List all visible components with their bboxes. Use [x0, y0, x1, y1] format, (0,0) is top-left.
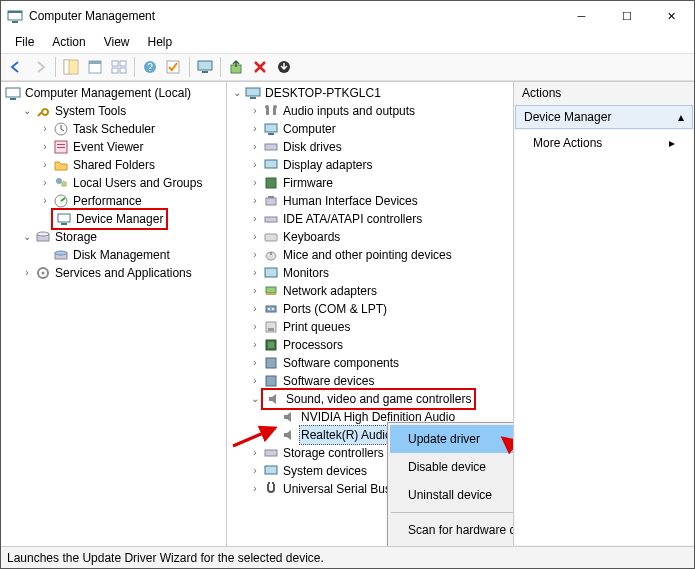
- svg-rect-59: [268, 328, 274, 331]
- device-category[interactable]: ›Monitors: [249, 264, 511, 282]
- tree-task-scheduler[interactable]: ›Task Scheduler: [39, 120, 224, 138]
- tree-shared-folders[interactable]: ›Shared Folders: [39, 156, 224, 174]
- tree-disk-management[interactable]: Disk Management: [39, 246, 224, 264]
- svg-rect-45: [266, 178, 276, 188]
- expand-icon[interactable]: ›: [249, 102, 261, 120]
- app-icon: [7, 8, 23, 24]
- actions-section-device-manager[interactable]: Device Manager ▴: [515, 105, 693, 129]
- expand-icon[interactable]: ›: [249, 444, 261, 462]
- expand-icon[interactable]: ›: [249, 318, 261, 336]
- tree-services-apps[interactable]: › Services and Applications: [21, 264, 224, 282]
- disable-device-icon[interactable]: [249, 56, 271, 78]
- device-category[interactable]: ›Computer: [249, 120, 511, 138]
- expand-icon[interactable]: ›: [249, 336, 261, 354]
- svg-rect-37: [266, 108, 269, 115]
- expand-icon[interactable]: ›: [249, 174, 261, 192]
- close-button[interactable]: ✕: [649, 1, 694, 31]
- expand-icon[interactable]: ›: [249, 372, 261, 390]
- ctx-uninstall-device[interactable]: Uninstall device: [390, 481, 514, 509]
- collapse-icon[interactable]: ⌄: [21, 102, 33, 120]
- expand-icon[interactable]: ›: [249, 462, 261, 480]
- tree-device-manager[interactable]: Device Manager: [39, 210, 224, 228]
- device-category-icon: [266, 391, 282, 407]
- uninstall-device-icon[interactable]: [273, 56, 295, 78]
- update-driver-icon[interactable]: [225, 56, 247, 78]
- tree-root-computer-management[interactable]: Computer Management (Local): [3, 84, 224, 102]
- properties-icon[interactable]: [84, 56, 106, 78]
- expand-icon[interactable]: ›: [249, 192, 261, 210]
- tree-local-users[interactable]: ›Local Users and Groups: [39, 174, 224, 192]
- expand-icon[interactable]: ›: [21, 264, 33, 282]
- expand-icon[interactable]: ›: [249, 120, 261, 138]
- device-category[interactable]: ›Display adapters: [249, 156, 511, 174]
- device-category[interactable]: ›Ports (COM & LPT): [249, 300, 511, 318]
- checklist-icon[interactable]: [163, 56, 185, 78]
- expand-icon[interactable]: ›: [249, 264, 261, 282]
- device-category[interactable]: ›Audio inputs and outputs: [249, 102, 511, 120]
- menu-help[interactable]: Help: [140, 33, 181, 51]
- performance-icon: [53, 193, 69, 209]
- device-category-icon: [263, 193, 279, 209]
- svg-rect-63: [266, 376, 276, 386]
- toolbar: ?: [1, 53, 694, 81]
- expand-icon[interactable]: ›: [249, 300, 261, 318]
- expand-icon[interactable]: ›: [39, 120, 51, 138]
- menu-view[interactable]: View: [96, 33, 138, 51]
- device-category[interactable]: ›Software components: [249, 354, 511, 372]
- expand-icon[interactable]: ›: [39, 174, 51, 192]
- expand-icon[interactable]: ›: [249, 354, 261, 372]
- device-category[interactable]: ›Human Interface Devices: [249, 192, 511, 210]
- collapse-icon[interactable]: ⌄: [231, 84, 243, 102]
- device-category[interactable]: ›Processors: [249, 336, 511, 354]
- expand-icon[interactable]: ›: [249, 246, 261, 264]
- ctx-scan-hardware[interactable]: Scan for hardware changes: [390, 516, 514, 544]
- device-category-sound[interactable]: ⌄Sound, video and game controllers: [249, 390, 511, 408]
- device-manager-pane: ⌄ DESKTOP-PTKGLC1 ›Audio inputs and outp…: [227, 82, 514, 546]
- device-category-icon: [281, 427, 297, 443]
- expand-icon[interactable]: ›: [39, 138, 51, 156]
- show-hide-tree-button[interactable]: [60, 56, 82, 78]
- ctx-disable-device[interactable]: Disable device: [390, 453, 514, 481]
- expand-icon[interactable]: ›: [249, 228, 261, 246]
- tree-event-viewer[interactable]: ›Event Viewer: [39, 138, 224, 156]
- view-icon[interactable]: [108, 56, 130, 78]
- device-category[interactable]: ›Disk drives: [249, 138, 511, 156]
- expand-icon[interactable]: ›: [39, 192, 51, 210]
- forward-button[interactable]: [29, 56, 51, 78]
- device-category[interactable]: ›Mice and other pointing devices: [249, 246, 511, 264]
- collapse-icon[interactable]: ⌄: [21, 228, 33, 246]
- svg-rect-52: [265, 268, 277, 277]
- expand-icon[interactable]: ›: [249, 138, 261, 156]
- collapse-arrow-icon: ▴: [678, 110, 684, 124]
- svg-point-34: [42, 272, 45, 275]
- ctx-update-driver[interactable]: Update driver: [390, 425, 514, 453]
- tree-system-tools[interactable]: ⌄ System Tools: [21, 102, 224, 120]
- tree-storage[interactable]: ⌄ Storage: [21, 228, 224, 246]
- expand-icon[interactable]: ›: [249, 210, 261, 228]
- device-root[interactable]: ⌄ DESKTOP-PTKGLC1: [231, 84, 511, 102]
- monitor-icon[interactable]: [194, 56, 216, 78]
- window-buttons: ─ ☐ ✕: [559, 1, 694, 31]
- expand-icon[interactable]: ›: [249, 480, 261, 498]
- help-icon[interactable]: ?: [139, 56, 161, 78]
- device-category[interactable]: ›Firmware: [249, 174, 511, 192]
- collapse-icon[interactable]: ⌄: [249, 390, 261, 408]
- expand-icon[interactable]: ›: [249, 156, 261, 174]
- actions-more-actions[interactable]: More Actions ▸: [515, 130, 693, 156]
- clock-icon: [53, 121, 69, 137]
- minimize-button[interactable]: ─: [559, 1, 604, 31]
- context-menu: Update driver Disable device Uninstall d…: [387, 422, 514, 546]
- svg-rect-19: [10, 98, 16, 100]
- expand-icon[interactable]: ›: [249, 282, 261, 300]
- menu-file[interactable]: File: [7, 33, 42, 51]
- maximize-button[interactable]: ☐: [604, 1, 649, 31]
- expand-icon[interactable]: ›: [39, 156, 51, 174]
- statusbar: Launches the Update Driver Wizard for th…: [1, 546, 694, 568]
- device-category[interactable]: ›IDE ATA/ATAPI controllers: [249, 210, 511, 228]
- device-category[interactable]: ›Keyboards: [249, 228, 511, 246]
- back-button[interactable]: [5, 56, 27, 78]
- svg-point-56: [268, 308, 270, 310]
- device-category[interactable]: ›Network adapters: [249, 282, 511, 300]
- menu-action[interactable]: Action: [44, 33, 93, 51]
- device-category[interactable]: ›Print queues: [249, 318, 511, 336]
